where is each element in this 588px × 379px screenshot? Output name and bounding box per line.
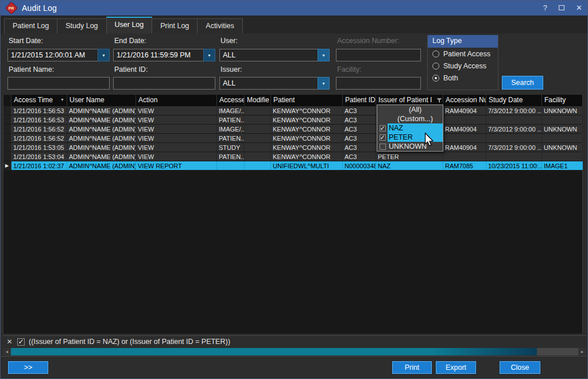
tab-activities[interactable]: Activities — [197, 18, 242, 33]
column-header-patient-id[interactable]: Patient ID — [343, 95, 376, 106]
tab-user-log[interactable]: User Log — [106, 17, 153, 33]
radio-both[interactable]: Both — [428, 72, 498, 84]
cell-accessed: IMAGE/... — [217, 106, 245, 115]
user-select[interactable]: ALL ▼ — [219, 49, 330, 61]
checkbox-checked-icon[interactable]: ✓ — [380, 125, 386, 132]
filter-status-bar: ✕ ✓ ((Issuer of Patient ID = NAZ) or (Is… — [3, 335, 586, 347]
column-header-patient[interactable]: Patient — [271, 95, 343, 106]
column-header-study-date[interactable]: Study Date — [486, 95, 542, 106]
cell-study-date: 7/3/2012 9:00:00 ... — [486, 106, 542, 115]
chevron-down-icon[interactable]: ▼ — [318, 49, 330, 61]
table-row[interactable]: 1/21/2016 1:56:52 ...ADMIN^NAME (ADMIN)V… — [3, 134, 582, 143]
log-type-options: Patient AccessStudy AccessBoth — [428, 48, 498, 84]
table-row[interactable]: 1/21/2016 1:56:52 ...ADMIN^NAME (ADMIN)V… — [3, 125, 582, 134]
search-button[interactable]: Search — [502, 76, 543, 90]
cell-accessed: IMAGE/... — [217, 125, 245, 133]
table-row[interactable]: 1/21/2016 1:53:04 ...ADMIN^NAME (ADMIN)V… — [3, 152, 582, 161]
scroll-right-icon[interactable]: ► — [578, 348, 586, 355]
row-indicator — [3, 134, 11, 142]
horizontal-scrollbar: ◄ ► — [3, 348, 586, 355]
chevron-down-icon[interactable]: ▼ — [203, 49, 215, 61]
tab-study-log[interactable]: Study Log — [57, 18, 106, 33]
audit-log-window: PR Audit Log ? ✕ Patient LogStudy LogUse… — [0, 0, 588, 379]
cell-patient-id: AC3 — [343, 125, 376, 133]
column-header-modified[interactable]: Modifie — [245, 95, 271, 106]
start-date-picker[interactable]: 1/21/2015 12:00:01 AM ▼ — [7, 49, 110, 61]
radio-patient-access[interactable]: Patient Access — [428, 48, 498, 60]
patient-name-field[interactable] — [7, 77, 110, 90]
cell-patient-id: AC3 — [343, 134, 376, 142]
column-header-accession-number[interactable]: Accession Nu — [443, 95, 486, 106]
end-date-picker[interactable]: 1/21/2016 11:59:59 PM ▼ — [113, 49, 215, 61]
cell-facility: UNKNOWN — [542, 106, 583, 115]
chevron-down-icon[interactable]: ▼ — [318, 77, 330, 90]
remove-filter-icon[interactable]: ✕ — [6, 338, 13, 346]
column-header-accessed[interactable]: Accesse — [217, 95, 245, 106]
filter-enabled-checkbox[interactable]: ✓ — [17, 338, 25, 346]
cell-accessed: STUDY — [217, 143, 245, 152]
audit-grid: Access Time▼User NameActionAccesseModifi… — [3, 95, 583, 334]
cell-accessed: PATIEN... — [217, 134, 245, 142]
checkbox-checked-icon[interactable]: ✓ — [380, 134, 386, 141]
export-button[interactable]: Export — [436, 361, 476, 374]
row-indicator — [3, 125, 11, 133]
filter-item-custom[interactable]: (Custom...) — [377, 114, 443, 123]
cell-modified — [245, 143, 271, 152]
radio-study-access[interactable]: Study Access — [428, 60, 498, 72]
filter-item-label: PETER — [388, 133, 443, 142]
close-icon[interactable]: ✕ — [576, 1, 582, 16]
radio-label: Patient Access — [443, 50, 490, 58]
checkbox-unchecked-icon[interactable] — [380, 144, 386, 150]
accession-number-field[interactable] — [336, 49, 421, 61]
cell-user-name: ADMIN^NAME (ADMIN) — [67, 152, 136, 161]
tab-patient-log[interactable]: Patient Log — [4, 18, 57, 33]
grid-body: 1/21/2016 1:56:53 ...ADMIN^NAME (ADMIN)V… — [3, 106, 582, 171]
column-header-action[interactable]: Action — [136, 95, 217, 106]
column-header-facility[interactable]: Facility — [542, 95, 583, 106]
end-date-label: End Date: — [114, 37, 146, 45]
user-value: ALL — [219, 49, 318, 61]
help-icon[interactable]: ? — [543, 1, 547, 16]
cell-facility: IMAGE1 — [542, 161, 583, 170]
cell-action: VIEW — [136, 115, 217, 124]
issuer-label: Issuer: — [220, 65, 242, 74]
table-row[interactable]: 1/21/2016 1:53:05 ...ADMIN^NAME (ADMIN)V… — [3, 143, 582, 152]
cell-modified — [245, 125, 271, 133]
cell-action: VIEW — [136, 106, 217, 115]
filter-item-all[interactable]: (All) — [377, 105, 443, 114]
mouse-cursor — [424, 133, 434, 147]
patient-id-field[interactable] — [113, 77, 215, 90]
filter-item-naz[interactable]: ✓NAZ — [377, 123, 443, 133]
scroll-left-icon[interactable]: ◄ — [3, 348, 11, 355]
maximize-icon[interactable] — [559, 1, 564, 16]
checkbox-zone — [377, 142, 388, 151]
tab-print-log[interactable]: Print Log — [152, 18, 198, 33]
filter-item-label: UNKNOWN — [388, 142, 443, 151]
patient-id-label: Patient ID: — [114, 65, 148, 74]
column-title: Accesse — [219, 96, 245, 104]
column-title: Study Date — [489, 96, 523, 104]
chevron-down-icon[interactable]: ▼ — [98, 49, 110, 61]
cell-issuer-of-patient-id: PETER — [376, 152, 443, 161]
cell-study-date — [486, 115, 542, 124]
scrollbar-thumb[interactable] — [11, 348, 537, 355]
column-title: Issuer of Patient I — [378, 96, 432, 104]
table-row[interactable]: 1/21/2016 1:56:53 ...ADMIN^NAME (ADMIN)V… — [3, 106, 582, 115]
expand-button[interactable]: >> — [8, 361, 48, 374]
table-row[interactable]: 1/21/2016 1:56:53 ...ADMIN^NAME (ADMIN)V… — [3, 115, 582, 125]
column-header-access-time[interactable]: Access Time▼ — [11, 95, 67, 106]
filter-funnel-icon[interactable] — [436, 97, 442, 105]
patient-name-label: Patient Name: — [9, 65, 54, 74]
column-header-indicator — [3, 95, 11, 106]
facility-field[interactable] — [336, 77, 421, 90]
start-date-label: Start Date: — [9, 37, 43, 45]
end-date-value: 1/21/2016 11:59:59 PM — [113, 49, 203, 61]
close-button[interactable]: Close — [500, 361, 540, 374]
scrollbar-track[interactable] — [537, 348, 578, 355]
print-button[interactable]: Print — [392, 361, 432, 374]
column-header-user-name[interactable]: User Name — [67, 95, 136, 106]
table-row[interactable]: ▶1/21/2016 1:02:37 ...ADMIN^NAME (ADMIN)… — [3, 161, 582, 171]
titlebar: PR Audit Log ? ✕ — [1, 1, 587, 16]
issuer-select[interactable]: ALL ▼ — [219, 77, 330, 90]
cell-user-name: ADMIN^NAME (ADMIN) — [67, 115, 136, 124]
